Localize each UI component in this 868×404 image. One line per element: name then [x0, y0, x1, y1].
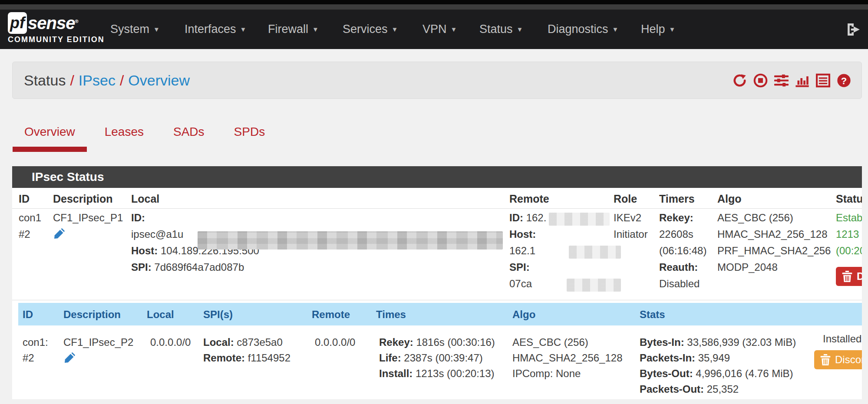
- child-col-stats: Stats: [640, 303, 665, 325]
- caret-down-icon: ▼: [153, 26, 160, 33]
- child-col-times: Times: [376, 303, 406, 325]
- col-header-remote: Remote: [509, 188, 549, 208]
- help-icon[interactable]: ?: [837, 73, 851, 88]
- bar-chart-icon[interactable]: [795, 73, 809, 88]
- p1-cell-description: CF1_IPsec_P1: [53, 210, 123, 245]
- pfsense-ipsec-status-screen: { "navbar": { "brand": {"pf": "pf", "sen…: [0, 0, 868, 404]
- child-col-spis: SPI(s): [203, 303, 233, 325]
- child-col-local: Local: [147, 303, 174, 325]
- pf-logo-box: pf: [8, 12, 27, 34]
- breadcrumb-link-ipsec[interactable]: IPsec: [79, 72, 116, 89]
- child-sa-header-row: [18, 303, 862, 325]
- p1-cell-algo: AES_CBC (256) HMAC_SHA2_256_128 PRF_HMAC…: [717, 210, 831, 276]
- p2-cell-description: CF1_IPsec_P2: [63, 335, 133, 368]
- child-col-remote: Remote: [312, 303, 350, 325]
- breadcrumb-link-overview[interactable]: Overview: [128, 72, 190, 89]
- col-header-algo: Algo: [717, 188, 742, 208]
- p1-cell-remote: ID: 162. Host: 162.1 SPI: 07ca: [509, 210, 546, 292]
- list-icon[interactable]: [816, 73, 830, 88]
- tab-overview[interactable]: Overview: [13, 123, 87, 152]
- p1-cell-status: Established 1213 seconds (00:20:13) Disc…: [836, 210, 862, 287]
- top-black-strip: [0, 0, 868, 4]
- p2-cell-id: con1: #2: [23, 335, 48, 366]
- ipsec-status-panel: IPsec Status ID Description Local Remote…: [12, 166, 862, 399]
- p2-cell-status: Installed Disconnect: [814, 331, 862, 370]
- redacted-remote-id: [549, 213, 610, 226]
- caret-down-icon: ▼: [392, 26, 398, 33]
- child-col-description: Description: [63, 303, 121, 325]
- nav-menu-firewall[interactable]: Firewall▼: [268, 10, 319, 49]
- caret-down-icon: ▼: [240, 26, 247, 33]
- p2-cell-stats: Bytes-In: 33,586,939 (32.03 MiB) Packets…: [640, 335, 796, 397]
- sliders-icon[interactable]: [774, 73, 789, 88]
- nav-menu-vpn[interactable]: VPN▼: [422, 10, 457, 49]
- divider: [12, 208, 862, 209]
- sign-out-icon[interactable]: [846, 23, 861, 36]
- top-gray-strip: [0, 4, 868, 10]
- brand-pf: pf: [10, 14, 25, 32]
- nav-menu-services[interactable]: Services▼: [343, 10, 398, 49]
- registered-mark: ®: [75, 18, 78, 23]
- nav-menu-status[interactable]: Status▼: [479, 10, 523, 49]
- breadcrumb-separator: /: [70, 72, 74, 89]
- tab-leases[interactable]: Leases: [93, 123, 155, 152]
- p2-cell-algo: AES_CBC (256) HMAC_SHA2_256_128 IPComp: …: [512, 335, 623, 381]
- redacted-remote-spi: [567, 279, 621, 292]
- brand-edition: COMMUNITY EDITION: [8, 35, 108, 44]
- refresh-icon[interactable]: [733, 73, 747, 88]
- tab-sads[interactable]: SADs: [162, 123, 216, 152]
- pfsense-logo[interactable]: pf sense® COMMUNITY EDITION: [8, 12, 108, 44]
- child-col-id: ID: [23, 303, 33, 325]
- col-header-local: Local: [131, 188, 159, 208]
- col-header-timers: Timers: [659, 188, 695, 208]
- breadcrumb-actions: ?: [733, 62, 851, 99]
- top-navbar: pf sense® COMMUNITY EDITION System▼ Inte…: [0, 10, 868, 49]
- p1-cell-id: con1 #2: [19, 210, 41, 243]
- subnav-tabs: Overview Leases SADs SPDs: [13, 123, 277, 152]
- disconnect-button-p1[interactable]: Disconnect: [836, 267, 862, 286]
- p1-cell-role: IKEv2 Initiator: [614, 210, 648, 243]
- col-header-status: Status: [836, 188, 862, 208]
- tab-spds[interactable]: SPDs: [222, 123, 277, 152]
- breadcrumb-panel: Status/IPsec/Overview: [12, 62, 862, 99]
- p1-cell-timers: Rekey: 22608s (06:16:48) Reauth: Disable…: [659, 210, 706, 292]
- breadcrumb-separator: /: [120, 72, 124, 89]
- p2-cell-spis: Local: c873e5a0 Remote: f1154952: [203, 335, 290, 366]
- caret-down-icon: ▼: [669, 26, 676, 33]
- redacted-remote-host: [569, 246, 621, 259]
- col-header-description: Description: [53, 188, 113, 208]
- breadcrumb: Status/IPsec/Overview: [24, 72, 190, 89]
- status-badge: Installed: [814, 331, 862, 347]
- col-header-role: Role: [614, 188, 637, 208]
- breadcrumb-section: Status: [24, 72, 66, 89]
- edit-pencil-icon[interactable]: [63, 352, 75, 364]
- brand-sense: sense®: [28, 13, 78, 33]
- caret-down-icon: ▼: [312, 26, 319, 33]
- p2-cell-local: 0.0.0.0/0: [150, 335, 191, 350]
- caret-down-icon: ▼: [451, 26, 457, 33]
- child-col-algo: Algo: [512, 303, 535, 325]
- redacted-local-id: [198, 231, 503, 250]
- disconnect-button-p2[interactable]: Disconnect: [814, 350, 862, 369]
- svg-text:?: ?: [841, 75, 847, 86]
- nav-menu-help[interactable]: Help▼: [641, 10, 675, 49]
- p2-cell-times: Rekey: 1816s (00:30:16) Life: 2387s (00:…: [379, 335, 495, 381]
- p2-cell-remote: 0.0.0.0/0: [315, 335, 355, 350]
- panel-title: IPsec Status: [12, 166, 862, 188]
- caret-down-icon: ▼: [612, 26, 619, 33]
- divider: [12, 300, 862, 300]
- col-header-id: ID: [19, 188, 30, 208]
- caret-down-icon: ▼: [517, 26, 523, 33]
- edit-pencil-icon[interactable]: [53, 228, 65, 240]
- nav-menu-system[interactable]: System▼: [110, 10, 160, 49]
- nav-menu-diagnostics[interactable]: Diagnostics▼: [548, 10, 618, 49]
- nav-menu-interfaces[interactable]: Interfaces▼: [185, 10, 246, 49]
- stop-icon[interactable]: [753, 73, 768, 88]
